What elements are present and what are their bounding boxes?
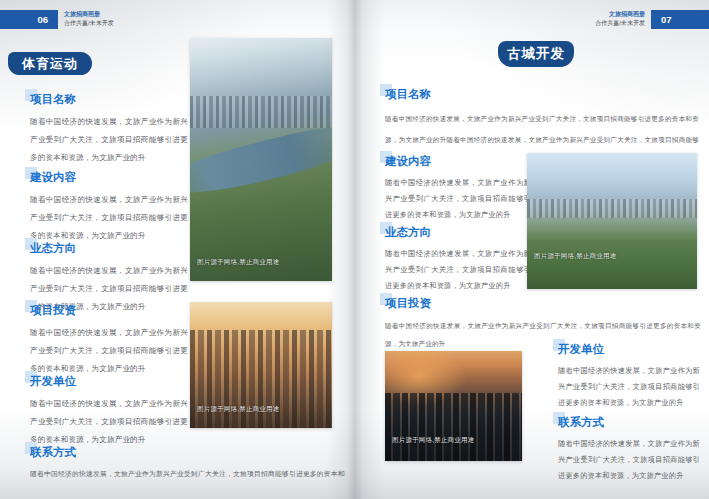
left-page-number-badge: 06 (0, 10, 58, 29)
left-page-title-badge: 体育运动 (8, 52, 92, 75)
section-business-direction-right: 业态方向 随着中国经济的快速发展，文旅产业作为新兴产业受到广大关注，文旅项目招商… (385, 226, 531, 294)
section-contact-right: 联系方式 随着中国经济的快速发展，文旅产业作为新兴产业受到广大关注，文旅项目招商… (558, 416, 700, 484)
left-booklet-header: 文旅招商画册 合作共赢/未来开发 (64, 10, 114, 28)
section-body: 随着中国经济的快速发展，文旅产业作为新兴产业受到广大关注，文旅项目招商能够引进更… (30, 191, 188, 245)
section-header: 业态方向 (385, 226, 531, 241)
section-body: 随着中国经济的快速发展，文旅产业作为新兴产业受到广大关注，文旅项目招商能够引进更… (558, 363, 700, 411)
booklet-subtitle: 合作共赢/未来开发 (595, 19, 645, 28)
section-investment-left: 项目投资 随着中国经济的快速发展，文旅产业作为新兴产业受到广大关注，文旅项目招商… (30, 304, 188, 378)
booklet-subtitle: 合作共赢/未来开发 (64, 19, 114, 28)
section-header: 业态方向 (30, 242, 188, 257)
section-header: 项目投资 (30, 304, 188, 319)
photo-caption: 图片源于网络,禁止商业用途 (197, 258, 279, 267)
page-fold-shadow (326, 0, 384, 499)
section-body: 随着中国经济的快速发展，文旅产业作为新兴产业受到广大关注，文旅项目招商能够引进更… (385, 108, 699, 152)
booklet-title: 文旅招商画册 (595, 10, 645, 19)
section-header: 项目名称 (30, 93, 188, 108)
section-body: 随着中国经济的快速发展，文旅产业作为新兴产业受到广大关注，文旅项目招商能够引进更… (558, 436, 700, 484)
skyline-texture (190, 96, 332, 128)
section-body: 随着中国经济的快速发展，文旅产业作为新兴产业受到广大关注，文旅项目招商能够引进更… (30, 113, 188, 167)
left-page-number: 06 (37, 14, 48, 25)
city-park-photo: 图片源于网络,禁止商业用途 (527, 153, 697, 289)
section-header: 开发单位 (558, 343, 700, 358)
photo-caption: 图片源于网络,禁止商业用途 (534, 252, 616, 261)
section-construction-left: 建设内容 随着中国经济的快速发展，文旅产业作为新兴产业受到广大关注，文旅项目招商… (30, 171, 188, 245)
section-body: 随着中国经济的快速发展，文旅产业作为新兴产业受到广大关注，文旅项目招商能够引进更… (30, 324, 188, 378)
photo-caption: 图片源于网络,禁止商业用途 (197, 405, 279, 414)
section-header: 项目名称 (385, 88, 699, 103)
right-page-number: 07 (661, 14, 672, 25)
section-header: 联系方式 (30, 446, 345, 461)
right-page-number-badge: 07 (651, 10, 709, 29)
section-project-name-left: 项目名称 随着中国经济的快速发展，文旅产业作为新兴产业受到广大关注，文旅项目招商… (30, 93, 188, 167)
aerial-city-river-photo: 图片源于网络,禁止商业用途 (190, 38, 332, 281)
sunset-skyscrapers-photo: 图片源于网络,禁止商业用途 (190, 302, 332, 428)
river-shape (190, 117, 332, 206)
night-harbor-city-photo: 图片源于网络,禁止商业用途 (385, 351, 522, 461)
section-header: 建设内容 (385, 155, 531, 170)
section-body: 随着中国经济的快速发展，文旅产业作为新兴产业受到广大关注，文旅项目招商能够引进更… (30, 395, 188, 449)
right-booklet-header: 文旅招商画册 合作共赢/未来开发 (595, 10, 645, 28)
brochure-spread: 06 文旅招商画册 合作共赢/未来开发 文旅招商画册 合作共赢/未来开发 07 … (0, 0, 709, 499)
section-contact-left: 联系方式 随着中国经济的快速发展，文旅产业作为新兴产业受到广大关注，文旅项目招商… (30, 446, 345, 482)
section-developer-right: 开发单位 随着中国经济的快速发展，文旅产业作为新兴产业受到广大关注，文旅项目招商… (558, 343, 700, 411)
section-developer-left: 开发单位 随着中国经济的快速发展，文旅产业作为新兴产业受到广大关注，文旅项目招商… (30, 375, 188, 449)
section-body: 随着中国经济的快速发展，文旅产业作为新兴产业受到广大关注，文旅项目招商能够引进更… (385, 175, 531, 223)
photo-caption: 图片源于网络,禁止商业用途 (392, 436, 474, 445)
section-header: 联系方式 (558, 416, 700, 431)
booklet-title: 文旅招商画册 (64, 10, 114, 19)
section-body: 随着中国经济的快速发展，文旅产业作为新兴产业受到广大关注，文旅项目招商能够引进更… (385, 246, 531, 294)
buildings-texture (385, 393, 522, 461)
right-page-title-badge: 古城开发 (498, 41, 574, 67)
section-body: 随着中国经济的快速发展，文旅产业作为新兴产业受到广大关注，文旅项目招商能够引进更… (30, 466, 345, 482)
section-header: 建设内容 (30, 171, 188, 186)
section-header: 项目投资 (385, 297, 701, 312)
section-header: 开发单位 (30, 375, 188, 390)
section-construction-right: 建设内容 随着中国经济的快速发展，文旅产业作为新兴产业受到广大关注，文旅项目招商… (385, 155, 531, 223)
section-project-name-right: 项目名称 随着中国经济的快速发展，文旅产业作为新兴产业受到广大关注，文旅项目招商… (385, 88, 699, 152)
skyline-texture (527, 199, 697, 218)
